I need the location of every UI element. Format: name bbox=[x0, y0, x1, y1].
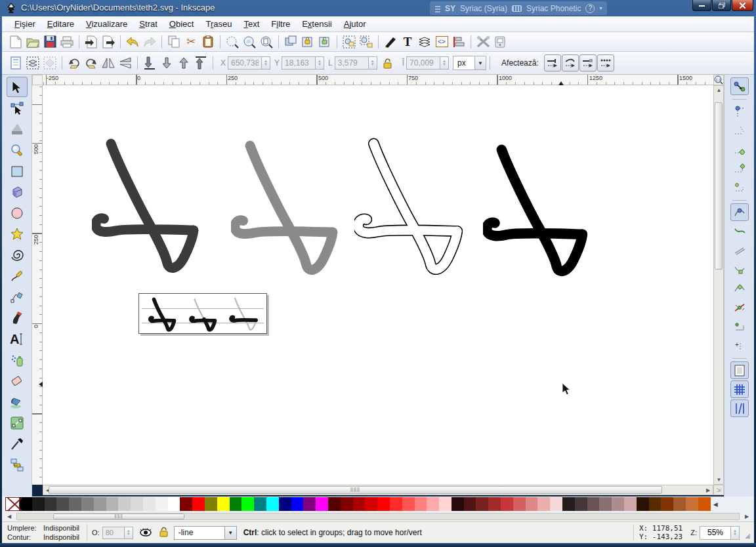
menu-strat[interactable]: Strat bbox=[133, 17, 163, 31]
palette-swatch[interactable] bbox=[230, 497, 242, 511]
snap-bbox-centers-button[interactable] bbox=[730, 178, 749, 196]
zoom-drawing-button[interactable] bbox=[242, 34, 257, 50]
snap-nodes-button[interactable] bbox=[730, 203, 749, 221]
unit-value[interactable]: px bbox=[453, 56, 475, 70]
rotate-cw-button[interactable] bbox=[83, 55, 99, 71]
connector-tool[interactable] bbox=[7, 455, 28, 475]
zoom-selection-button[interactable] bbox=[224, 34, 240, 50]
paste-button[interactable] bbox=[200, 34, 216, 50]
menu-text[interactable]: Text bbox=[238, 17, 265, 31]
palette-swatch[interactable] bbox=[390, 497, 402, 511]
x-spinner[interactable]: ▲▼ bbox=[262, 56, 270, 70]
titlebar[interactable]: C:\Users\OryNider\Documents\teth2.svg - … bbox=[0, 0, 756, 16]
palette-swatch[interactable] bbox=[81, 497, 94, 511]
zoom-page-button[interactable] bbox=[259, 34, 274, 50]
palette-swatch[interactable] bbox=[56, 497, 69, 511]
menu-traseu[interactable]: Traseu bbox=[200, 17, 238, 31]
unit-dropdown-arrow-icon[interactable]: ▼ bbox=[475, 56, 486, 70]
zoom-1to1-button[interactable]: 1:1 bbox=[713, 75, 724, 85]
palette-swatch[interactable] bbox=[168, 497, 180, 511]
scroll-down-icon[interactable]: ▼ bbox=[715, 477, 723, 483]
new-document-button[interactable] bbox=[8, 34, 24, 50]
x-field[interactable] bbox=[228, 56, 262, 70]
palette-swatch[interactable] bbox=[526, 497, 538, 511]
palette-swatch[interactable] bbox=[266, 497, 279, 511]
redo-button[interactable] bbox=[142, 34, 158, 50]
gradient-tool[interactable] bbox=[7, 413, 28, 433]
rectangle-tool[interactable] bbox=[7, 161, 28, 181]
select-all-button[interactable] bbox=[8, 55, 24, 71]
palette-swatch[interactable] bbox=[106, 497, 119, 511]
unlink-clone-button[interactable] bbox=[317, 34, 333, 50]
snap-bbox-button[interactable] bbox=[730, 102, 749, 120]
pencil-tool[interactable] bbox=[7, 266, 28, 286]
vertical-scrollbar-thumb[interactable] bbox=[715, 102, 723, 270]
current-layer-name[interactable]: -line bbox=[174, 526, 225, 540]
palette-swatch[interactable] bbox=[439, 497, 452, 511]
lock-ratio-icon[interactable] bbox=[380, 55, 396, 71]
lower-to-bottom-button[interactable] bbox=[142, 55, 158, 71]
snap-bbox-edge-midpoints-button[interactable] bbox=[730, 159, 749, 177]
palette-swatch[interactable] bbox=[612, 497, 624, 511]
flip-horizontal-button[interactable] bbox=[100, 55, 116, 71]
raise-button[interactable] bbox=[176, 55, 192, 71]
palette-swatch[interactable] bbox=[32, 497, 45, 511]
ungroup-button[interactable] bbox=[358, 34, 374, 50]
palette-swatch[interactable] bbox=[353, 497, 366, 511]
horizontal-scrollbar[interactable]: ◀ ⦀⦀⦀ ▶ bbox=[43, 485, 713, 495]
affect-gradients-button[interactable] bbox=[579, 54, 597, 71]
selector-tool[interactable] bbox=[7, 77, 28, 97]
vertical-ruler[interactable]: 500 250 0 bbox=[32, 85, 43, 485]
layer-dropdown[interactable]: -line ▼ bbox=[174, 526, 237, 540]
zoom-field[interactable] bbox=[700, 526, 731, 540]
minimize-button[interactable] bbox=[692, 0, 711, 11]
palette-scrollbar-thumb[interactable]: ⦀⦀⦀ bbox=[53, 514, 184, 519]
language-code[interactable]: SY bbox=[445, 4, 455, 13]
menu-vizualizare[interactable]: Vizualizare bbox=[80, 17, 133, 31]
palette-swatch[interactable] bbox=[217, 497, 230, 511]
snap-smooth-nodes-button[interactable] bbox=[730, 279, 749, 297]
palette-swatch[interactable] bbox=[20, 497, 32, 511]
height-spinner[interactable]: ▲▼ bbox=[440, 56, 449, 70]
snap-line-midpoints-button[interactable] bbox=[730, 298, 749, 316]
dropper-tool[interactable] bbox=[7, 434, 28, 454]
restore-button[interactable] bbox=[712, 0, 731, 11]
snap-bbox-edges-button[interactable] bbox=[730, 121, 749, 139]
horizontal-scrollbar-thumb[interactable]: ⦀⦀⦀ bbox=[49, 486, 662, 494]
save-button[interactable] bbox=[42, 34, 58, 50]
palette-swatch[interactable] bbox=[279, 497, 291, 511]
duplicate-button[interactable] bbox=[283, 34, 299, 50]
menu-fisier[interactable]: Fişier bbox=[9, 17, 41, 31]
snap-paths-button[interactable] bbox=[730, 222, 749, 240]
snap-guides-button[interactable] bbox=[730, 399, 749, 417]
print-button[interactable] bbox=[59, 34, 75, 50]
input-devices-button[interactable] bbox=[492, 34, 508, 50]
close-button[interactable] bbox=[732, 0, 753, 11]
palette-swatch[interactable] bbox=[661, 497, 673, 511]
menu-ajutor[interactable]: Ajutor bbox=[338, 17, 372, 31]
teth-glyph-black[interactable] bbox=[483, 133, 596, 289]
palette-scroll-right-icon[interactable]: ▶ bbox=[742, 512, 751, 521]
palette-swatch[interactable] bbox=[501, 497, 513, 511]
preferences-button[interactable] bbox=[475, 34, 491, 50]
zoom-spinner[interactable]: ▲▼ bbox=[731, 526, 740, 540]
palette-swatch[interactable] bbox=[513, 497, 526, 511]
menu-filtre[interactable]: Filtre bbox=[265, 17, 296, 31]
copy-button[interactable] bbox=[166, 34, 182, 50]
mini-reference-image[interactable] bbox=[138, 293, 267, 334]
height-field[interactable] bbox=[406, 56, 440, 70]
palette-swatch[interactable] bbox=[180, 497, 192, 511]
layer-dropdown-arrow-icon[interactable]: ▼ bbox=[225, 526, 237, 540]
palette-swatch[interactable] bbox=[94, 497, 106, 511]
palette-scrollbar[interactable]: ◀ ⦀⦀⦀ ▶ bbox=[2, 512, 754, 521]
language-name[interactable]: Syriac (Syria) bbox=[460, 4, 507, 13]
spray-tool[interactable] bbox=[7, 350, 28, 370]
palette-swatch[interactable] bbox=[464, 497, 476, 511]
menu-extensii[interactable]: Extensii bbox=[296, 17, 338, 31]
language-bar[interactable]: SY Syriac (Syria) Syriac Phonetic ? ▾ bbox=[430, 1, 607, 15]
layer-visibility-icon[interactable] bbox=[139, 527, 152, 538]
palette-swatch[interactable] bbox=[365, 497, 377, 511]
import-button[interactable] bbox=[83, 34, 99, 50]
snap-object-centers-button[interactable] bbox=[730, 317, 749, 335]
palette-swatch[interactable] bbox=[537, 497, 550, 511]
